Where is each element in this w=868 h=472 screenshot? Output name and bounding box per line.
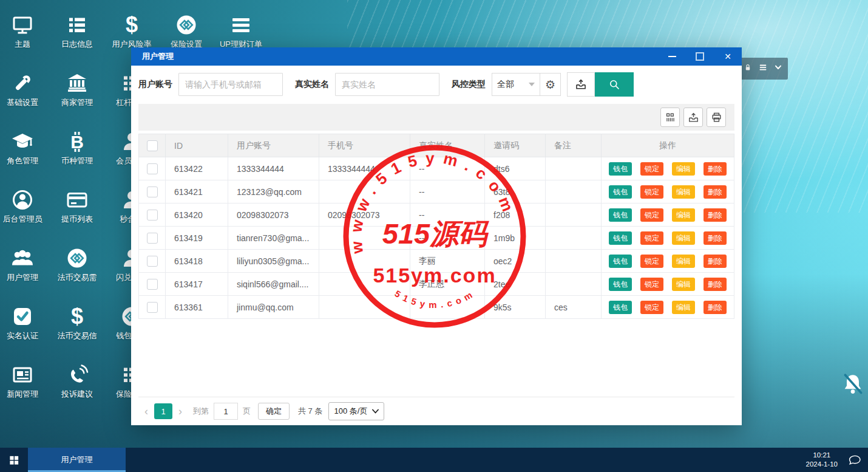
edit-button[interactable]: 编辑 bbox=[672, 208, 695, 222]
svg-text:$: $ bbox=[71, 304, 83, 329]
edit-button[interactable]: 编辑 bbox=[672, 162, 695, 176]
cell-id: 613419 bbox=[166, 227, 228, 250]
phone-icon bbox=[65, 362, 89, 388]
goto-page-input[interactable] bbox=[214, 403, 238, 420]
desktop-icon[interactable]: 后台管理员 bbox=[0, 182, 50, 241]
maximize-button[interactable] bbox=[686, 47, 714, 66]
desktop-icon[interactable]: $ 法币交易信 bbox=[50, 299, 104, 357]
search-actions bbox=[567, 72, 634, 97]
row-checkbox[interactable] bbox=[147, 279, 158, 290]
wallet-button[interactable]: 钱包 bbox=[609, 162, 632, 176]
row-checkbox[interactable] bbox=[147, 256, 158, 267]
risk-settings-button[interactable]: ⚙ bbox=[540, 73, 561, 96]
dollar-icon: $ bbox=[65, 304, 89, 329]
cell-invite: 63t8 bbox=[485, 180, 546, 204]
row-checkbox[interactable] bbox=[147, 233, 158, 244]
cell-phone: 1333344444 bbox=[319, 157, 410, 180]
delete-button[interactable]: 删除 bbox=[704, 278, 727, 291]
delete-button[interactable]: 删除 bbox=[704, 208, 727, 222]
lock-button[interactable]: 锁定 bbox=[640, 301, 663, 314]
list-icon bbox=[65, 12, 89, 38]
desktop-icon-label: 后台管理员 bbox=[3, 214, 42, 225]
close-button[interactable]: ✕ bbox=[714, 47, 742, 66]
table-row: 613361 jinmu@qq.com 9k5s ces 钱包 锁定 编辑 删除 bbox=[139, 296, 734, 319]
edit-button[interactable]: 编辑 bbox=[672, 185, 695, 199]
select-all-checkbox[interactable] bbox=[147, 140, 158, 151]
cell-note bbox=[546, 204, 602, 227]
wallet-button[interactable]: 钱包 bbox=[609, 278, 632, 291]
desktop-icon[interactable]: 基础设置 bbox=[0, 66, 50, 124]
desktop-icon[interactable]: 法币交易需 bbox=[50, 241, 104, 299]
cell-account: jinmu@qq.com bbox=[228, 296, 319, 319]
taskbar-item-user-management[interactable]: 用户管理 bbox=[28, 448, 126, 472]
desktop-icon[interactable]: 实名认证 bbox=[0, 299, 50, 357]
window-titlebar[interactable]: 用户管理 ✕ bbox=[131, 47, 742, 66]
bell-slash-icon[interactable] bbox=[840, 372, 866, 400]
delete-button[interactable]: 删除 bbox=[704, 162, 727, 176]
edit-button[interactable]: 编辑 bbox=[672, 255, 695, 268]
chat-bubble-icon[interactable] bbox=[847, 453, 862, 470]
desktop-icon[interactable]: 提币列表 bbox=[50, 182, 104, 241]
delete-button[interactable]: 删除 bbox=[704, 185, 727, 199]
print-button[interactable] bbox=[707, 108, 726, 127]
desktop-icon[interactable]: 日志信息 bbox=[50, 7, 104, 66]
desktop-icon[interactable]: 投诉建议 bbox=[50, 357, 104, 416]
realname-input[interactable] bbox=[335, 73, 439, 96]
export-table-button[interactable] bbox=[683, 108, 703, 127]
desktop-icon-label: 用户管理 bbox=[7, 272, 38, 283]
wallet-button[interactable]: 钱包 bbox=[609, 185, 632, 199]
menu-icon[interactable] bbox=[758, 63, 768, 75]
wallet-button[interactable]: 钱包 bbox=[609, 301, 632, 314]
cell-phone bbox=[319, 180, 410, 204]
desktop-icon[interactable]: 商家管理 bbox=[50, 66, 104, 124]
page-size-select[interactable]: 100 条/页 bbox=[328, 402, 384, 420]
lock-button[interactable]: 锁定 bbox=[640, 208, 663, 222]
desktop-icon[interactable]: 用户管理 bbox=[0, 241, 50, 299]
lock-button[interactable]: 锁定 bbox=[640, 162, 663, 176]
caret-down-icon bbox=[529, 83, 535, 86]
next-page-button[interactable]: › bbox=[172, 405, 188, 418]
chevron-down-icon[interactable] bbox=[773, 63, 783, 75]
desktop-icon[interactable]: 主题 bbox=[0, 7, 50, 66]
desktop-icon-column: 主题 基础设置 角色管理 后台管理员 用户管理 实名认证 新闻管理 bbox=[0, 7, 50, 416]
desktop-icon[interactable]: B 币种管理 bbox=[50, 124, 104, 182]
confirm-page-button[interactable]: 确定 bbox=[258, 403, 290, 420]
edit-button[interactable]: 编辑 bbox=[672, 231, 695, 245]
delete-button[interactable]: 删除 bbox=[704, 231, 727, 245]
lock-button[interactable]: 锁定 bbox=[640, 255, 663, 268]
start-button[interactable] bbox=[0, 448, 28, 472]
desktop-icon[interactable]: 新闻管理 bbox=[0, 357, 50, 416]
cell-invite: 9k5s bbox=[485, 296, 546, 319]
wallet-button[interactable]: 钱包 bbox=[609, 231, 632, 245]
taskbar-clock[interactable]: 10:21 2024-1-10 bbox=[806, 451, 838, 469]
wallet-button[interactable]: 钱包 bbox=[609, 208, 632, 222]
edit-button[interactable]: 编辑 bbox=[672, 301, 695, 314]
header-actions: 操作 bbox=[602, 134, 734, 157]
row-checkbox[interactable] bbox=[147, 302, 158, 313]
cell-id: 613422 bbox=[166, 157, 228, 180]
account-input[interactable] bbox=[178, 73, 283, 96]
row-checkbox[interactable] bbox=[147, 186, 158, 197]
lock-button[interactable]: 锁定 bbox=[640, 185, 663, 199]
row-checkbox[interactable] bbox=[147, 210, 158, 221]
prev-page-button[interactable]: ‹ bbox=[138, 405, 154, 418]
lock-button[interactable]: 锁定 bbox=[640, 278, 663, 291]
lock-icon[interactable] bbox=[743, 63, 753, 75]
reset-button[interactable] bbox=[567, 72, 595, 97]
risk-type-select[interactable]: 全部 bbox=[492, 73, 540, 96]
edit-button[interactable]: 编辑 bbox=[672, 278, 695, 291]
columns-button[interactable] bbox=[660, 108, 680, 127]
current-page-button[interactable]: 1 bbox=[154, 403, 172, 419]
search-button[interactable] bbox=[595, 72, 634, 97]
delete-button[interactable]: 删除 bbox=[704, 255, 727, 268]
delete-button[interactable]: 删除 bbox=[704, 301, 727, 314]
wallet-button[interactable]: 钱包 bbox=[609, 255, 632, 268]
minimize-button[interactable] bbox=[658, 47, 686, 66]
lock-button[interactable]: 锁定 bbox=[640, 231, 663, 245]
row-checkbox[interactable] bbox=[147, 163, 158, 174]
desktop-icon[interactable]: 角色管理 bbox=[0, 124, 50, 182]
cell-realname: -- bbox=[410, 227, 485, 250]
desktop-icon-label: 日志信息 bbox=[61, 39, 93, 50]
menu-icon bbox=[229, 12, 253, 38]
columns-icon bbox=[665, 112, 676, 123]
